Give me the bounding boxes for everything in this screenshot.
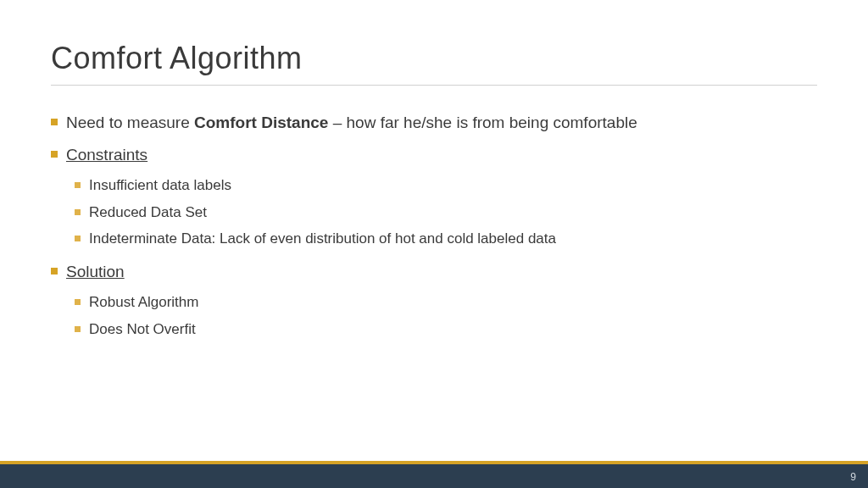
sub-bullet-item: Does Not Overfit bbox=[75, 319, 817, 341]
bullet-item: Need to measure Comfort Distance – how f… bbox=[51, 111, 817, 135]
bullet-item: Solution bbox=[51, 260, 817, 284]
slide-title: Comfort Algorithm bbox=[51, 41, 817, 76]
bullet-text: Reduced Data Set bbox=[89, 202, 207, 224]
sub-bullet-item: Reduced Data Set bbox=[75, 202, 817, 224]
bullet-marker-icon bbox=[75, 326, 81, 332]
sub-bullet-item: Insufficient data labels bbox=[75, 175, 817, 197]
footer-bar: 9 bbox=[0, 464, 868, 488]
title-divider bbox=[51, 85, 817, 86]
bullet-marker-icon bbox=[75, 182, 81, 188]
slide: Comfort Algorithm Need to measure Comfor… bbox=[0, 0, 868, 488]
bullet-text: Insufficient data labels bbox=[89, 175, 231, 197]
sub-bullet-item: Robust Algorithm bbox=[75, 291, 817, 313]
text-segment: – how far he/she is from being comfortab… bbox=[328, 114, 637, 131]
text-segment: Need to measure bbox=[66, 114, 194, 131]
bullet-marker-icon bbox=[51, 151, 58, 158]
bullet-marker-icon bbox=[51, 268, 58, 274]
bullet-item: Constraints bbox=[51, 143, 817, 167]
text-bold: Comfort Distance bbox=[194, 114, 328, 131]
bullet-marker-icon bbox=[75, 299, 81, 305]
slide-content: Need to measure Comfort Distance – how f… bbox=[51, 111, 817, 340]
bullet-text: Constraints bbox=[66, 143, 147, 167]
bullet-marker-icon bbox=[75, 236, 81, 241]
bullet-text: Need to measure Comfort Distance – how f… bbox=[66, 111, 637, 135]
bullet-marker-icon bbox=[75, 209, 81, 215]
sub-bullet-item: Indeterminate Data: Lack of even distrib… bbox=[75, 228, 817, 250]
bullet-text: Does Not Overfit bbox=[89, 319, 196, 341]
bullet-text: Robust Algorithm bbox=[89, 291, 198, 313]
page-number: 9 bbox=[850, 471, 856, 483]
bullet-text: Solution bbox=[66, 260, 125, 284]
bullet-marker-icon bbox=[51, 119, 58, 125]
bullet-text: Indeterminate Data: Lack of even distrib… bbox=[89, 228, 556, 250]
